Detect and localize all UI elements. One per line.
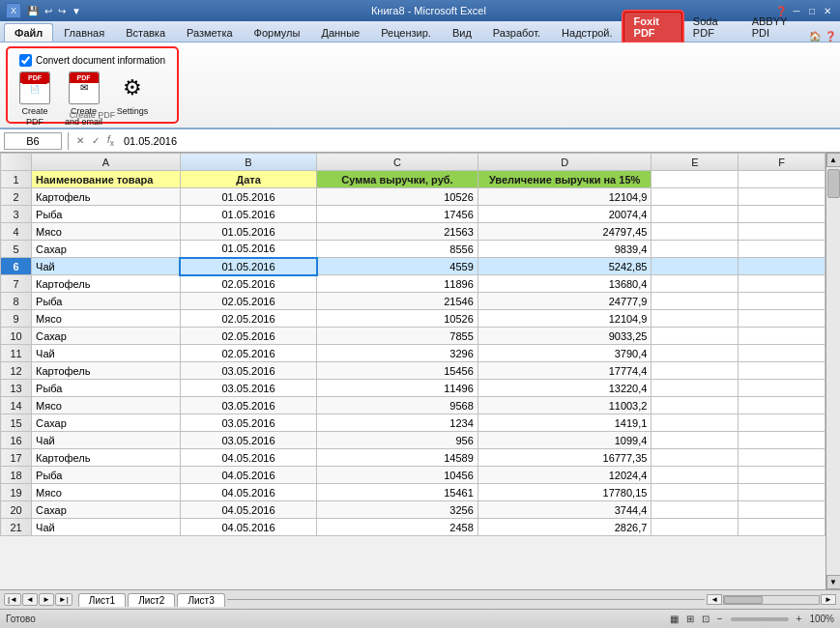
tab-formulas[interactable]: Формулы [244, 23, 311, 42]
cell-e11[interactable] [652, 345, 739, 362]
cell-c13[interactable]: 11496 [317, 380, 478, 397]
cell-b20[interactable]: 04.05.2016 [180, 501, 316, 519]
cell-d14[interactable]: 11003,2 [478, 397, 652, 414]
view-layout-icon[interactable]: ⊞ [686, 614, 694, 624]
cell-a3[interactable]: Рыба [32, 206, 181, 223]
cell-e6[interactable] [652, 258, 739, 275]
h-scroll-track[interactable] [723, 595, 820, 605]
cell-b12[interactable]: 03.05.2016 [180, 362, 316, 380]
cell-b10[interactable]: 02.05.2016 [180, 328, 316, 345]
cell-b9[interactable]: 02.05.2016 [180, 310, 316, 328]
cell-b19[interactable]: 04.05.2016 [180, 484, 316, 501]
scroll-down-button[interactable]: ▼ [826, 575, 841, 589]
tab-file[interactable]: Файл [4, 23, 53, 42]
formula-input[interactable] [120, 132, 836, 150]
cell-c20[interactable]: 3256 [317, 501, 478, 519]
vertical-scrollbar[interactable]: ▲ ▼ [826, 153, 840, 589]
create-email-button[interactable]: PDF ✉ Createand email [60, 69, 107, 130]
tab-addins[interactable]: Надстрой. [551, 23, 623, 42]
cell-c9[interactable]: 10526 [317, 310, 478, 328]
scroll-left-button[interactable]: ◄ [707, 594, 722, 605]
cell-f9[interactable] [739, 310, 826, 328]
cell-e14[interactable] [652, 397, 739, 414]
cell-b13[interactable]: 03.05.2016 [180, 380, 316, 397]
sheet-nav-last[interactable]: ►| [55, 593, 72, 606]
cell-c21[interactable]: 2458 [317, 519, 478, 536]
tab-insert[interactable]: Вставка [115, 23, 176, 42]
cell-f12[interactable] [739, 362, 826, 380]
cell-a5[interactable]: Сахар [32, 241, 181, 258]
convert-info-checkbox[interactable] [19, 54, 32, 67]
cell-b3[interactable]: 01.05.2016 [180, 206, 316, 223]
redo-qa-button[interactable]: ↪ [56, 6, 68, 16]
cell-e15[interactable] [652, 414, 739, 432]
cell-c16[interactable]: 956 [317, 432, 478, 449]
zoom-slider[interactable] [731, 617, 789, 621]
cell-c6[interactable]: 4559 [317, 258, 478, 275]
cell-a14[interactable]: Мясо [32, 397, 181, 414]
col-header-d[interactable]: D [478, 154, 652, 171]
cell-f6[interactable] [739, 258, 826, 275]
cell-e2[interactable] [652, 188, 739, 206]
sheet-nav-first[interactable]: |◄ [4, 593, 21, 606]
cell-b18[interactable]: 04.05.2016 [180, 467, 316, 484]
scroll-thumb[interactable] [827, 169, 840, 198]
col-header-b[interactable]: B [180, 154, 316, 171]
cell-a9[interactable]: Мясо [32, 310, 181, 328]
zoom-level[interactable]: 100% [809, 614, 834, 624]
tab-data[interactable]: Данные [310, 23, 370, 42]
cell-d17[interactable]: 16777,35 [478, 449, 652, 467]
cell-b7[interactable]: 02.05.2016 [180, 275, 316, 293]
zoom-in-button[interactable]: + [797, 614, 802, 624]
cell-c18[interactable]: 10456 [317, 467, 478, 484]
cell-d11[interactable]: 3790,4 [478, 345, 652, 362]
cell-e19[interactable] [652, 484, 739, 501]
cell-c11[interactable]: 3296 [317, 345, 478, 362]
cell-f11[interactable] [739, 345, 826, 362]
sheet-nav-next[interactable]: ► [39, 593, 54, 606]
cell-b8[interactable]: 02.05.2016 [180, 293, 316, 310]
cell-f18[interactable] [739, 467, 826, 484]
cell-e7[interactable] [652, 275, 739, 293]
cell-e18[interactable] [652, 467, 739, 484]
tab-developer[interactable]: Разработ. [482, 23, 551, 42]
col-header-c[interactable]: C [317, 154, 478, 171]
tab-review[interactable]: Рецензир. [370, 23, 442, 42]
cell-d2[interactable]: 12104,9 [478, 188, 652, 206]
cell-b16[interactable]: 03.05.2016 [180, 432, 316, 449]
col-header-a[interactable]: A [32, 154, 181, 171]
cell-f16[interactable] [739, 432, 826, 449]
cell-a12[interactable]: Картофель [32, 362, 181, 380]
cell-a2[interactable]: Картофель [32, 188, 181, 206]
cell-c1[interactable]: Сумма выручки, руб. [317, 171, 478, 188]
cell-d16[interactable]: 1099,4 [478, 432, 652, 449]
sheet-nav-prev[interactable]: ◄ [22, 593, 38, 606]
sheet-tab-3[interactable]: Лист3 [177, 593, 224, 607]
cell-c8[interactable]: 21546 [317, 293, 478, 310]
cell-c17[interactable]: 14589 [317, 449, 478, 467]
cell-e9[interactable] [652, 310, 739, 328]
cell-b1[interactable]: Дата [180, 171, 316, 188]
cell-e16[interactable] [652, 432, 739, 449]
cell-c14[interactable]: 9568 [317, 397, 478, 414]
cell-a17[interactable]: Картофель [32, 449, 181, 467]
scroll-up-button[interactable]: ▲ [826, 153, 841, 167]
cell-e12[interactable] [652, 362, 739, 380]
question-icon[interactable]: ❓ [825, 31, 836, 42]
cell-d18[interactable]: 12024,4 [478, 467, 652, 484]
view-page-icon[interactable]: ⊡ [702, 614, 710, 624]
cell-b14[interactable]: 03.05.2016 [180, 397, 316, 414]
cell-d5[interactable]: 9839,4 [478, 241, 652, 258]
cell-e21[interactable] [652, 519, 739, 536]
cell-f21[interactable] [739, 519, 826, 536]
cell-f8[interactable] [739, 293, 826, 310]
cell-b11[interactable]: 02.05.2016 [180, 345, 316, 362]
cell-f17[interactable] [739, 449, 826, 467]
cell-d20[interactable]: 3744,4 [478, 501, 652, 519]
cell-c7[interactable]: 11896 [317, 275, 478, 293]
cell-b15[interactable]: 03.05.2016 [180, 414, 316, 432]
cell-a15[interactable]: Сахар [32, 414, 181, 432]
cell-c10[interactable]: 7855 [317, 328, 478, 345]
cell-a4[interactable]: Мясо [32, 223, 181, 241]
zoom-out-button[interactable]: − [717, 614, 723, 624]
